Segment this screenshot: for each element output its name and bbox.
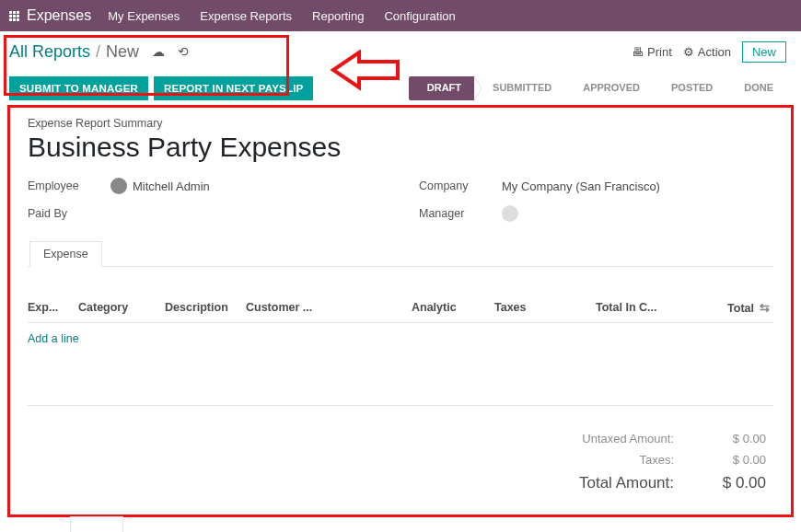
employee-field[interactable]: Mitchell Admin xyxy=(110,178,210,194)
manager-field[interactable] xyxy=(502,205,518,222)
total-label: Total Amount: xyxy=(536,474,674,492)
status-approved[interactable]: APPROVED xyxy=(564,76,653,100)
printer-icon: 🖶 xyxy=(632,45,644,59)
add-line-link[interactable]: Add a line xyxy=(28,323,773,354)
col-taxes[interactable]: Taxes xyxy=(494,301,596,315)
submit-to-manager-button[interactable]: SUBMIT TO MANAGER xyxy=(9,76,148,100)
report-title[interactable]: Business Party Expenses xyxy=(28,132,773,163)
tab-bar: Expense xyxy=(28,240,773,267)
breadcrumb-current: New xyxy=(106,40,139,64)
employee-label: Employee xyxy=(28,179,110,192)
status-draft[interactable]: DRAFT xyxy=(409,76,474,100)
status-submitted[interactable]: SUBMITTED xyxy=(474,76,564,100)
menu-my-expenses[interactable]: My Expenses xyxy=(108,9,180,23)
breadcrumb: All Reports / New ☁ ⟲ xyxy=(9,40,189,64)
breadcrumb-root[interactable]: All Reports xyxy=(9,40,90,64)
annotation-box-tab xyxy=(70,516,123,532)
breadcrumb-separator: / xyxy=(96,40,100,64)
col-expense-date[interactable]: Exp... xyxy=(28,301,78,315)
cloud-icon[interactable]: ☁ xyxy=(152,43,165,62)
print-button[interactable]: 🖶Print xyxy=(632,45,672,59)
control-panel: All Reports / New ☁ ⟲ 🖶Print ⚙Action New… xyxy=(0,31,801,100)
gear-icon: ⚙ xyxy=(683,45,694,59)
manager-label: Manager xyxy=(419,207,502,220)
app-brand[interactable]: Expenses xyxy=(27,7,91,24)
col-total[interactable]: Total⇆ xyxy=(688,301,773,315)
col-customer[interactable]: Customer ... xyxy=(246,301,412,315)
status-bar: DRAFT SUBMITTED APPROVED POSTED DONE xyxy=(409,76,786,100)
paidby-label: Paid By xyxy=(28,207,110,220)
avatar xyxy=(502,205,518,222)
form-sheet: Expense Report Summary Business Party Ex… xyxy=(0,100,801,513)
apps-icon[interactable] xyxy=(9,11,19,21)
col-analytic[interactable]: Analytic xyxy=(412,301,494,315)
top-nav: Expenses My Expenses Expense Reports Rep… xyxy=(0,0,801,31)
col-total-currency[interactable]: Total In C... xyxy=(596,301,688,315)
col-category[interactable]: Category xyxy=(78,301,165,315)
col-description[interactable]: Description xyxy=(165,301,246,315)
menu-configuration[interactable]: Configuration xyxy=(384,9,455,23)
status-done[interactable]: DONE xyxy=(726,76,786,100)
new-button[interactable]: New xyxy=(742,41,786,63)
filter-icon[interactable]: ⇆ xyxy=(760,302,770,315)
report-in-next-payslip-button[interactable]: REPORT IN NEXT PAYSLIP xyxy=(154,76,313,100)
grid-body: Add a line xyxy=(28,323,773,406)
action-button[interactable]: ⚙Action xyxy=(683,45,731,59)
untaxed-value: $ 0.00 xyxy=(692,432,766,445)
grid-header: Exp... Category Description Customer ...… xyxy=(28,294,773,323)
undo-icon[interactable]: ⟲ xyxy=(178,43,189,62)
avatar xyxy=(110,178,127,194)
company-field[interactable]: My Company (San Francisco) xyxy=(502,179,660,193)
summary-label: Expense Report Summary xyxy=(28,117,773,130)
taxes-label: Taxes: xyxy=(536,453,674,467)
menu-expense-reports[interactable]: Expense Reports xyxy=(200,9,292,23)
totals: Untaxed Amount:$ 0.00 Taxes:$ 0.00 Total… xyxy=(28,428,773,496)
tab-expense[interactable]: Expense xyxy=(29,241,102,267)
company-label: Company xyxy=(419,179,502,192)
status-posted[interactable]: POSTED xyxy=(653,76,726,100)
total-value: $ 0.00 xyxy=(692,474,766,492)
menu-reporting[interactable]: Reporting xyxy=(312,9,364,23)
untaxed-label: Untaxed Amount: xyxy=(536,432,674,445)
taxes-value: $ 0.00 xyxy=(692,453,766,467)
